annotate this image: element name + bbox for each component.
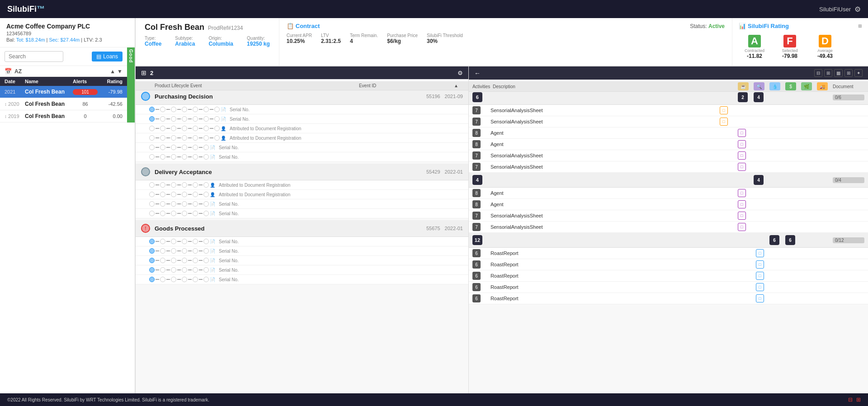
company-id: 123456789 (6, 31, 128, 36)
view-toggle-4[interactable]: ⊞ (844, 69, 853, 77)
footer: ©2022 All Rights Reserved. SilubiFi by W… (0, 393, 868, 406)
footer-link-1[interactable]: ⊟ (848, 397, 853, 403)
node (182, 248, 187, 254)
doc-badge-3: 0/12 (833, 237, 864, 243)
dash (188, 279, 192, 280)
act-badge: □ (756, 283, 764, 291)
right-panel-header: ← ⊟ ⊞ ▦ ⊞ ✦ (469, 66, 868, 80)
node (149, 145, 155, 150)
activity-row: 6 RoastReport □ (469, 259, 868, 270)
settings-icon[interactable]: ⚙ (854, 5, 861, 14)
product-quantity: Quantity: 19250 kg (247, 36, 270, 47)
settings-gear-icon[interactable]: ⚙ (458, 70, 463, 76)
sort-up-button[interactable]: ▲ (110, 68, 115, 75)
node (171, 277, 176, 282)
doc-badge-1: 0/6 (833, 94, 864, 100)
contract-ltv: LTV 2.31:2.5 (321, 33, 341, 44)
dash (177, 109, 181, 110)
view-toggle-2[interactable]: ⊞ (824, 69, 832, 77)
node (160, 116, 165, 122)
node (203, 107, 209, 112)
node (160, 126, 165, 131)
footer-link-2[interactable]: ⊞ (856, 397, 861, 403)
act-badge: □ (738, 151, 746, 160)
node (193, 182, 198, 188)
dash (188, 118, 192, 119)
list-item[interactable]: 2021 Col Fresh Bean 101 -79.98 (0, 86, 127, 98)
event-dot-1 (141, 92, 150, 101)
event-row: 📄 Serial No. (136, 199, 468, 209)
product-type: Type: Coffee (145, 36, 161, 47)
list-item[interactable]: ↕ 2020 Col Fresh Bean 86 -42.56 (0, 98, 127, 110)
node (182, 154, 187, 160)
activity-group-2: 4 4 0/4 8 Agent □ (469, 173, 868, 233)
dash (188, 137, 192, 138)
az-sort[interactable]: AZ (14, 68, 22, 75)
act-desc: Agent (491, 202, 720, 207)
event-header-2[interactable]: Delivery Acceptance 55429 2022-01 (136, 164, 468, 180)
row-label: Serial No. (230, 117, 250, 122)
act-desc: RoastReport (491, 296, 720, 301)
node (160, 267, 165, 273)
activity-section-header-1: 6 2 4 0/6 (469, 90, 868, 105)
view-toggle-1[interactable]: ⊟ (814, 69, 822, 77)
node (160, 145, 165, 150)
node (203, 201, 209, 207)
expand-icon[interactable]: ⊞ (858, 24, 862, 28)
dash (199, 128, 203, 129)
chart-icon: 📊 (739, 23, 746, 29)
view-toggle-3[interactable]: ▦ (834, 69, 843, 77)
dash (166, 184, 170, 185)
person-icon: 👤 (221, 136, 226, 141)
search-input[interactable] (5, 51, 63, 62)
dash (156, 194, 159, 195)
event-header-3[interactable]: ! Goods Processed 55675 2022-01 (136, 220, 468, 237)
node (193, 267, 198, 273)
item-name: Col Fresh Bean (25, 89, 73, 95)
act-desc: SensorialAnalysisSheet (491, 119, 720, 124)
dash (188, 128, 192, 129)
dash (199, 184, 203, 185)
item-alerts: 86 (73, 101, 98, 107)
maximize-button[interactable]: ✦ (854, 69, 863, 77)
event-col-headers: Product Lifecycle Event Event ID ▲ (136, 81, 468, 90)
person-icon: 👤 (210, 183, 215, 188)
list-item[interactable]: ↕ 2019 Col Fresh Bean 0 0.00 (0, 110, 127, 123)
node (193, 135, 198, 141)
act-desc: RoastReport (491, 250, 720, 256)
contract-apr: Current APR 10.25% (287, 33, 312, 44)
event-row: 👤 Attributed to Document Registration (136, 133, 468, 143)
row-label: Serial No. (219, 155, 239, 160)
sort-down-button[interactable]: ▼ (117, 68, 123, 75)
cat-icon-1: ☕ (738, 82, 749, 90)
event-row: 📄 Serial No. (136, 275, 468, 284)
dash (166, 109, 170, 110)
activity-row: 7 SensorialAnalysisSheet □ (469, 105, 868, 116)
node (171, 248, 176, 254)
activity-row: 7 SensorialAnalysisSheet □ (469, 222, 868, 233)
node (182, 182, 187, 188)
event-name-2: Delivery Acceptance (155, 169, 422, 175)
tot-link[interactable]: Tot: $18.24m (16, 37, 45, 42)
node (149, 192, 155, 197)
dash (156, 137, 159, 138)
node (203, 239, 209, 244)
node (214, 107, 220, 112)
col-name: Name (25, 79, 73, 84)
item-year: ↕ 2020 (5, 101, 25, 107)
doc-icon: 📄 (210, 211, 215, 216)
calendar-icon[interactable]: 📅 (5, 68, 12, 75)
node (193, 201, 198, 207)
row-label: Serial No. (219, 211, 239, 216)
sec-link[interactable]: Sec: $27.44m (49, 37, 80, 42)
node (203, 248, 209, 254)
node (203, 145, 209, 150)
node (149, 154, 155, 160)
back-icon[interactable]: ← (474, 70, 481, 77)
loans-button[interactable]: ▤ Loans (92, 52, 123, 61)
event-header-1[interactable]: Purchasing Decision 55196 2021-09 (136, 88, 468, 105)
node (182, 116, 187, 122)
dash (166, 241, 170, 242)
event-row: 👤 Attributed to Document Registration (136, 180, 468, 190)
chain: 👤 Attributed to Document Registration (149, 126, 463, 131)
